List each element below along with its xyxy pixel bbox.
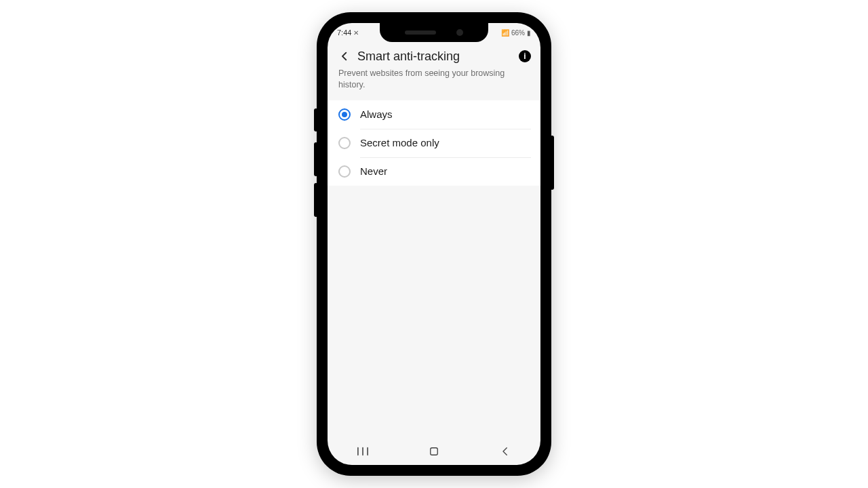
radio-icon bbox=[338, 137, 351, 149]
nav-home-button[interactable] bbox=[420, 444, 448, 459]
option-always[interactable]: Always bbox=[328, 100, 540, 129]
battery-icon: ▮ bbox=[527, 29, 531, 37]
nav-back-button[interactable] bbox=[492, 444, 519, 459]
option-label: Always bbox=[360, 108, 393, 120]
phone-side-button bbox=[314, 108, 318, 131]
android-nav-bar bbox=[328, 442, 540, 461]
page-header: Smart anti-tracking i bbox=[328, 42, 540, 68]
phone-side-button bbox=[550, 136, 554, 190]
signal-icon: 📶 bbox=[501, 29, 509, 37]
info-icon: i bbox=[524, 52, 526, 61]
recents-icon bbox=[355, 446, 370, 457]
option-label: Secret mode only bbox=[360, 137, 439, 148]
radio-icon bbox=[338, 108, 351, 121]
option-label: Never bbox=[360, 165, 387, 177]
options-list: Always Secret mode only Never bbox=[328, 100, 540, 186]
radio-icon bbox=[338, 165, 351, 178]
speaker-grill bbox=[405, 30, 436, 35]
info-button[interactable]: i bbox=[519, 50, 531, 62]
nav-recents-button[interactable] bbox=[349, 444, 376, 459]
svg-rect-3 bbox=[431, 448, 438, 455]
home-icon bbox=[428, 445, 440, 458]
battery-text: 66% bbox=[511, 29, 525, 37]
chevron-left-icon bbox=[499, 445, 511, 458]
stage: 7:44 ✕ 📶 66% ▮ Smart anti-tracking bbox=[0, 0, 868, 488]
front-camera bbox=[456, 29, 463, 36]
phone-screen: 7:44 ✕ 📶 66% ▮ Smart anti-tracking bbox=[328, 23, 540, 465]
status-clock: 7:44 bbox=[337, 28, 351, 37]
phone-side-button bbox=[314, 183, 318, 217]
phone-side-button bbox=[314, 142, 318, 176]
chevron-left-icon bbox=[338, 50, 351, 62]
phone-frame: 7:44 ✕ 📶 66% ▮ Smart anti-tracking bbox=[318, 14, 550, 474]
page-description: Prevent websites from seeing your browsi… bbox=[328, 68, 540, 100]
option-never[interactable]: Never bbox=[328, 157, 540, 186]
page-title: Smart anti-tracking bbox=[357, 49, 513, 64]
option-secret-mode-only[interactable]: Secret mode only bbox=[328, 129, 540, 157]
back-button[interactable] bbox=[337, 49, 352, 64]
phone-notch bbox=[380, 23, 488, 42]
status-icon: ✕ bbox=[353, 29, 359, 37]
